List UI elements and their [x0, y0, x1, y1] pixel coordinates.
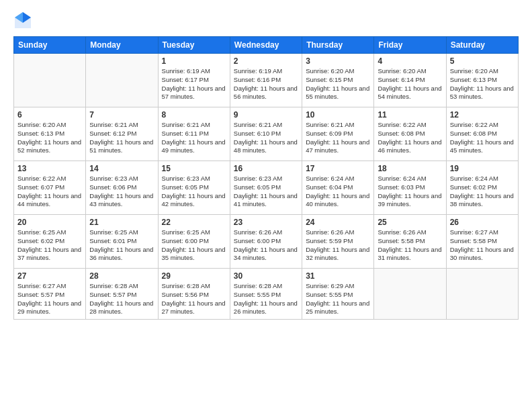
day-header: Sunday	[14, 37, 86, 54]
day-number: 5	[450, 56, 515, 66]
day-number: 12	[450, 110, 515, 120]
calendar-cell: 8Sunrise: 6:21 AM Sunset: 6:11 PM Daylig…	[158, 107, 230, 161]
calendar-cell: 6Sunrise: 6:20 AM Sunset: 6:13 PM Daylig…	[14, 107, 86, 161]
calendar-cell: 26Sunrise: 6:27 AM Sunset: 5:58 PM Dayli…	[446, 215, 518, 269]
day-number: 17	[306, 164, 370, 173]
day-number: 31	[306, 271, 370, 281]
cell-info: Sunrise: 6:21 AM Sunset: 6:12 PM Dayligh…	[89, 121, 154, 155]
cell-info: Sunrise: 6:22 AM Sunset: 6:08 PM Dayligh…	[450, 121, 515, 155]
calendar-cell: 11Sunrise: 6:22 AM Sunset: 6:08 PM Dayli…	[374, 107, 446, 161]
cell-info: Sunrise: 6:26 AM Sunset: 6:00 PM Dayligh…	[234, 228, 298, 263]
calendar-cell: 18Sunrise: 6:24 AM Sunset: 6:03 PM Dayli…	[374, 161, 446, 215]
calendar-cell: 24Sunrise: 6:26 AM Sunset: 5:59 PM Dayli…	[302, 215, 374, 269]
calendar-cell: 15Sunrise: 6:23 AM Sunset: 6:05 PM Dayli…	[158, 161, 230, 215]
page: SundayMondayTuesdayWednesdayThursdayFrid…	[0, 0, 532, 411]
cell-info: Sunrise: 6:24 AM Sunset: 6:03 PM Dayligh…	[378, 175, 442, 209]
day-number: 7	[89, 110, 154, 120]
day-number: 27	[17, 271, 82, 281]
calendar-cell: 19Sunrise: 6:24 AM Sunset: 6:02 PM Dayli…	[446, 161, 518, 215]
calendar-cell: 3Sunrise: 6:20 AM Sunset: 6:15 PM Daylig…	[302, 54, 374, 107]
calendar-week-row: 20Sunrise: 6:25 AM Sunset: 6:02 PM Dayli…	[14, 215, 519, 269]
calendar-cell: 21Sunrise: 6:25 AM Sunset: 6:01 PM Dayli…	[86, 215, 158, 269]
day-header: Tuesday	[158, 37, 230, 54]
day-number: 24	[306, 218, 370, 227]
day-number: 2	[234, 56, 298, 66]
calendar-cell: 27Sunrise: 6:27 AM Sunset: 5:57 PM Dayli…	[14, 269, 86, 320]
calendar-cell: 7Sunrise: 6:21 AM Sunset: 6:12 PM Daylig…	[86, 107, 158, 161]
calendar-cell: 30Sunrise: 6:28 AM Sunset: 5:55 PM Dayli…	[230, 269, 302, 320]
calendar-cell	[446, 269, 518, 320]
day-header: Friday	[374, 37, 446, 54]
cell-info: Sunrise: 6:23 AM Sunset: 6:05 PM Dayligh…	[162, 175, 226, 209]
day-number: 28	[89, 271, 154, 281]
calendar-cell: 14Sunrise: 6:23 AM Sunset: 6:06 PM Dayli…	[86, 161, 158, 215]
day-number: 4	[378, 56, 442, 66]
calendar: SundayMondayTuesdayWednesdayThursdayFrid…	[13, 36, 519, 320]
calendar-cell: 29Sunrise: 6:28 AM Sunset: 5:56 PM Dayli…	[158, 269, 230, 320]
day-header: Monday	[86, 37, 158, 54]
cell-info: Sunrise: 6:28 AM Sunset: 5:56 PM Dayligh…	[162, 282, 226, 316]
calendar-cell: 9Sunrise: 6:21 AM Sunset: 6:10 PM Daylig…	[230, 107, 302, 161]
day-header: Thursday	[302, 37, 374, 54]
day-number: 19	[450, 164, 515, 173]
cell-info: Sunrise: 6:19 AM Sunset: 6:17 PM Dayligh…	[162, 67, 226, 101]
cell-info: Sunrise: 6:22 AM Sunset: 6:08 PM Dayligh…	[378, 121, 442, 155]
cell-info: Sunrise: 6:21 AM Sunset: 6:10 PM Dayligh…	[234, 121, 298, 155]
calendar-cell: 23Sunrise: 6:26 AM Sunset: 6:00 PM Dayli…	[230, 215, 302, 269]
calendar-cell: 25Sunrise: 6:26 AM Sunset: 5:58 PM Dayli…	[374, 215, 446, 269]
calendar-cell: 13Sunrise: 6:22 AM Sunset: 6:07 PM Dayli…	[14, 161, 86, 215]
cell-info: Sunrise: 6:23 AM Sunset: 6:05 PM Dayligh…	[234, 175, 298, 209]
cell-info: Sunrise: 6:24 AM Sunset: 6:02 PM Dayligh…	[450, 175, 515, 209]
day-number: 18	[378, 164, 442, 173]
calendar-cell: 31Sunrise: 6:29 AM Sunset: 5:55 PM Dayli…	[302, 269, 374, 320]
day-header: Wednesday	[230, 37, 302, 54]
cell-info: Sunrise: 6:22 AM Sunset: 6:07 PM Dayligh…	[17, 175, 82, 209]
calendar-cell: 10Sunrise: 6:21 AM Sunset: 6:09 PM Dayli…	[302, 107, 374, 161]
cell-info: Sunrise: 6:27 AM Sunset: 5:58 PM Dayligh…	[450, 228, 515, 263]
cell-info: Sunrise: 6:25 AM Sunset: 6:01 PM Dayligh…	[89, 228, 154, 263]
day-number: 20	[17, 218, 82, 227]
cell-info: Sunrise: 6:26 AM Sunset: 5:59 PM Dayligh…	[306, 228, 370, 263]
cell-info: Sunrise: 6:28 AM Sunset: 5:57 PM Dayligh…	[89, 282, 154, 316]
calendar-week-row: 27Sunrise: 6:27 AM Sunset: 5:57 PM Dayli…	[14, 269, 519, 320]
calendar-cell: 22Sunrise: 6:25 AM Sunset: 6:00 PM Dayli…	[158, 215, 230, 269]
calendar-cell: 5Sunrise: 6:20 AM Sunset: 6:13 PM Daylig…	[446, 54, 518, 107]
cell-info: Sunrise: 6:23 AM Sunset: 6:06 PM Dayligh…	[89, 175, 154, 209]
cell-info: Sunrise: 6:28 AM Sunset: 5:55 PM Dayligh…	[234, 282, 298, 316]
day-number: 10	[306, 110, 370, 120]
calendar-week-row: 13Sunrise: 6:22 AM Sunset: 6:07 PM Dayli…	[14, 161, 519, 215]
logo-icon	[13, 11, 32, 30]
day-number: 14	[89, 164, 154, 173]
day-number: 30	[234, 271, 298, 281]
day-number: 25	[378, 218, 442, 227]
calendar-cell: 2Sunrise: 6:19 AM Sunset: 6:16 PM Daylig…	[230, 54, 302, 107]
header	[13, 11, 519, 30]
calendar-week-row: 1Sunrise: 6:19 AM Sunset: 6:17 PM Daylig…	[14, 54, 519, 107]
calendar-cell	[86, 54, 158, 107]
day-header: Saturday	[446, 37, 518, 54]
calendar-cell: 28Sunrise: 6:28 AM Sunset: 5:57 PM Dayli…	[86, 269, 158, 320]
day-number: 8	[162, 110, 226, 120]
calendar-cell: 20Sunrise: 6:25 AM Sunset: 6:02 PM Dayli…	[14, 215, 86, 269]
day-number: 11	[378, 110, 442, 120]
cell-info: Sunrise: 6:21 AM Sunset: 6:09 PM Dayligh…	[306, 121, 370, 155]
calendar-cell	[374, 269, 446, 320]
cell-info: Sunrise: 6:19 AM Sunset: 6:16 PM Dayligh…	[234, 67, 298, 101]
cell-info: Sunrise: 6:20 AM Sunset: 6:14 PM Dayligh…	[378, 67, 442, 101]
day-number: 29	[162, 271, 226, 281]
cell-info: Sunrise: 6:25 AM Sunset: 6:02 PM Dayligh…	[17, 228, 82, 263]
cell-info: Sunrise: 6:27 AM Sunset: 5:57 PM Dayligh…	[17, 282, 82, 316]
calendar-cell: 4Sunrise: 6:20 AM Sunset: 6:14 PM Daylig…	[374, 54, 446, 107]
cell-info: Sunrise: 6:20 AM Sunset: 6:13 PM Dayligh…	[17, 121, 82, 155]
calendar-header-row: SundayMondayTuesdayWednesdayThursdayFrid…	[14, 37, 519, 54]
cell-info: Sunrise: 6:25 AM Sunset: 6:00 PM Dayligh…	[162, 228, 226, 263]
day-number: 26	[450, 218, 515, 227]
calendar-week-row: 6Sunrise: 6:20 AM Sunset: 6:13 PM Daylig…	[14, 107, 519, 161]
cell-info: Sunrise: 6:24 AM Sunset: 6:04 PM Dayligh…	[306, 175, 370, 209]
cell-info: Sunrise: 6:26 AM Sunset: 5:58 PM Dayligh…	[378, 228, 442, 263]
calendar-cell: 16Sunrise: 6:23 AM Sunset: 6:05 PM Dayli…	[230, 161, 302, 215]
day-number: 9	[234, 110, 298, 120]
day-number: 23	[234, 218, 298, 227]
cell-info: Sunrise: 6:21 AM Sunset: 6:11 PM Dayligh…	[162, 121, 226, 155]
calendar-cell: 17Sunrise: 6:24 AM Sunset: 6:04 PM Dayli…	[302, 161, 374, 215]
